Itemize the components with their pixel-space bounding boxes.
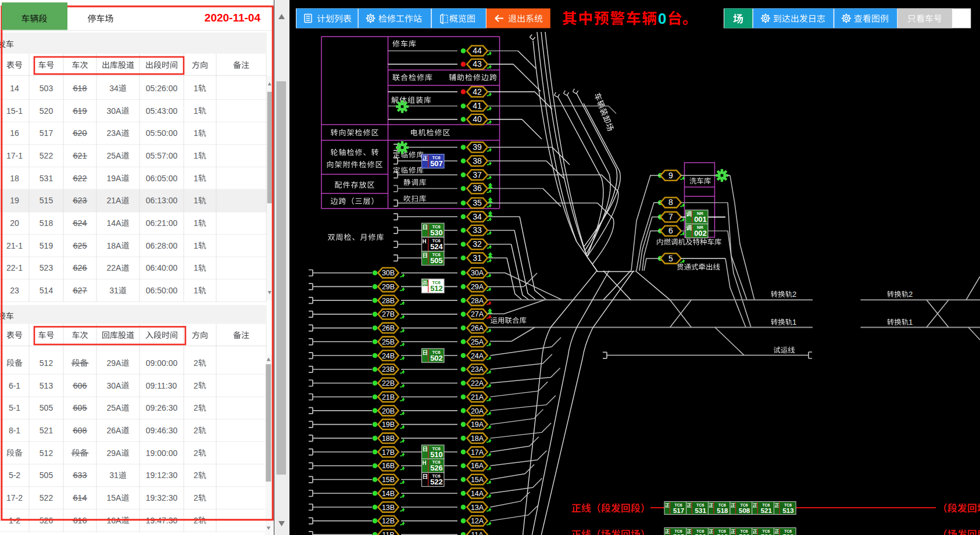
svg-text:505: 505 (40, 471, 53, 480)
svg-text:21A: 21A (471, 393, 484, 401)
svg-text:28A: 28A (471, 297, 484, 305)
svg-text:30A: 30A (471, 269, 484, 277)
svg-text:2: 2 (194, 381, 198, 390)
svg-text:06:28:00: 06:28:00 (146, 241, 178, 250)
svg-text:09:11:30: 09:11:30 (146, 381, 177, 390)
svg-text:09:46:30: 09:46:30 (146, 426, 178, 435)
svg-text:42: 42 (473, 87, 482, 96)
svg-text:38: 38 (473, 156, 482, 166)
svg-text:517: 517 (40, 128, 53, 138)
svg-text:2: 2 (194, 493, 198, 502)
svg-text:520: 520 (695, 533, 706, 535)
svg-text:513: 513 (782, 507, 793, 514)
svg-text:19A: 19A (107, 174, 122, 183)
svg-text:18A: 18A (107, 241, 122, 250)
svg-text:23B: 23B (382, 365, 395, 374)
svg-text:19:12:30: 19:12:30 (146, 471, 178, 480)
svg-text:1: 1 (194, 128, 198, 138)
svg-text:11A: 11A (471, 531, 484, 535)
svg-text:6: 6 (668, 226, 673, 235)
svg-text:8: 8 (668, 198, 673, 207)
svg-text:15A: 15A (107, 493, 122, 502)
svg-text:20B: 20B (382, 407, 395, 415)
svg-text:512: 512 (40, 448, 53, 458)
svg-text:2: 2 (792, 290, 796, 299)
svg-text:5-1: 5-1 (9, 403, 20, 412)
svg-text:19: 19 (10, 196, 19, 205)
svg-text:14: 14 (10, 84, 19, 93)
svg-text:27B: 27B (382, 310, 395, 318)
svg-text:505: 505 (430, 256, 443, 265)
svg-text:18B: 18B (382, 435, 395, 443)
svg-text:2: 2 (194, 448, 198, 458)
svg-text:14A: 14A (471, 490, 484, 498)
svg-text:2: 2 (909, 290, 913, 299)
svg-text:517: 517 (673, 507, 684, 514)
svg-text:001: 001 (694, 215, 707, 224)
svg-text:27A: 27A (471, 310, 484, 318)
svg-text:522: 522 (430, 477, 443, 486)
svg-text:5-2: 5-2 (9, 471, 20, 480)
svg-text:30A: 30A (107, 381, 122, 390)
svg-text:21B: 21B (382, 393, 395, 401)
svg-text:05:57:00: 05:57:00 (146, 151, 178, 160)
svg-text:526: 526 (761, 533, 772, 535)
svg-text:510: 510 (430, 450, 443, 459)
svg-text:19B: 19B (382, 421, 395, 429)
svg-text:24B: 24B (382, 352, 395, 360)
svg-text:9: 9 (668, 171, 673, 180)
svg-text:502: 502 (430, 354, 443, 362)
svg-text:29A: 29A (107, 448, 122, 458)
svg-text:06:50:00: 06:50:00 (146, 286, 178, 295)
svg-text:16B: 16B (382, 462, 395, 470)
svg-text:35: 35 (473, 198, 482, 207)
svg-text:13A: 13A (471, 504, 484, 512)
svg-text:523: 523 (40, 263, 53, 272)
svg-text:512: 512 (40, 358, 53, 368)
svg-text:508: 508 (739, 507, 750, 514)
svg-text:29A: 29A (107, 358, 122, 368)
svg-text:19:00:00: 19:00:00 (146, 448, 178, 458)
svg-text:25A: 25A (107, 151, 122, 160)
svg-text:002: 002 (694, 229, 707, 238)
svg-text:22A: 22A (107, 263, 122, 272)
svg-text:13B: 13B (382, 504, 395, 512)
svg-text:31: 31 (473, 253, 482, 263)
svg-text:22A: 22A (471, 379, 484, 387)
svg-text:24A: 24A (471, 352, 484, 360)
svg-text:519: 519 (40, 241, 53, 250)
svg-text:1: 1 (194, 241, 198, 250)
svg-text:524: 524 (430, 242, 443, 251)
svg-text:515: 515 (40, 196, 53, 205)
svg-text:25B: 25B (382, 338, 395, 346)
svg-text:23A: 23A (107, 128, 122, 138)
svg-text:39: 39 (473, 142, 482, 152)
svg-text:1: 1 (194, 196, 198, 205)
svg-text:6-1: 6-1 (9, 381, 20, 390)
svg-text:20: 20 (10, 218, 19, 228)
svg-text:22-1: 22-1 (6, 263, 23, 272)
svg-text:522: 522 (40, 151, 53, 160)
svg-text:507: 507 (430, 159, 443, 168)
svg-text:522: 522 (40, 493, 53, 502)
svg-text:06:21:00: 06:21:00 (146, 218, 178, 228)
svg-text:521: 521 (40, 426, 53, 435)
svg-text:1: 1 (194, 151, 198, 160)
svg-text:502: 502 (782, 533, 793, 535)
svg-text:11B: 11B (382, 531, 394, 535)
svg-text:31: 31 (109, 286, 119, 295)
svg-text:19A: 19A (471, 421, 484, 429)
svg-text:18: 18 (10, 174, 19, 183)
svg-text:1: 1 (792, 318, 796, 326)
svg-text:531: 531 (695, 507, 707, 514)
svg-text:17A: 17A (471, 448, 484, 457)
svg-text:22B: 22B (382, 379, 395, 387)
svg-text:26A: 26A (107, 426, 122, 435)
svg-text:505: 505 (673, 533, 685, 535)
svg-text:520: 520 (40, 106, 53, 116)
svg-text:34: 34 (473, 212, 482, 221)
svg-text:15B: 15B (382, 476, 395, 484)
svg-text:12B: 12B (382, 517, 395, 525)
svg-text:32: 32 (473, 239, 482, 249)
svg-text:05:43:00: 05:43:00 (146, 106, 178, 116)
